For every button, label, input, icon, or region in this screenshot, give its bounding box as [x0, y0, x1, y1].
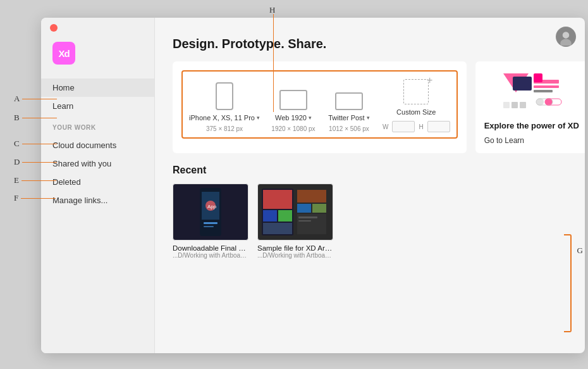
- annotation-d-row: D: [14, 157, 57, 167]
- recent-item-name-0: Downloadable Final File: [173, 244, 248, 252]
- annotation-e-label: E: [14, 175, 19, 185]
- recent-grid: App Downloadable Final File ...D/Working…: [173, 184, 567, 259]
- sidebar-nav: Home Learn: [41, 78, 154, 115]
- sidebar-item-home[interactable]: Home: [41, 78, 154, 97]
- svg-rect-29: [297, 204, 311, 213]
- phone-icon: [216, 82, 233, 110]
- custom-width-input[interactable]: [392, 121, 415, 132]
- svg-rect-8: [534, 73, 542, 82]
- promo-go-to-learn-link[interactable]: Go to Learn: [484, 136, 524, 145]
- annotation-f-label: F: [14, 193, 18, 203]
- custom-height-input[interactable]: [427, 121, 450, 132]
- svg-rect-6: [534, 85, 559, 88]
- svg-rect-20: [204, 222, 217, 224]
- promo-card: Explore the power of XD Go to Learn: [475, 61, 585, 153]
- svg-rect-26: [263, 223, 292, 234]
- annotation-e-row: E: [14, 175, 56, 185]
- sidebar-item-cloud[interactable]: Cloud documents: [41, 136, 154, 154]
- annotation-h: H: [269, 5, 275, 15]
- svg-rect-25: [278, 210, 292, 222]
- annotation-a-line: [22, 99, 57, 99]
- canvas-preset-iphone[interactable]: iPhone X, XS, 11 Pro ▾ 375 × 812 px: [189, 82, 260, 132]
- recent-thumbnail-1: [257, 184, 333, 241]
- promo-illustration: [484, 70, 580, 121]
- sidebar-item-manage[interactable]: Manage links...: [41, 191, 154, 210]
- annotation-a-label: A: [14, 94, 20, 104]
- svg-rect-7: [534, 90, 553, 92]
- recent-item-path-0: ...D/Working with Artboards: [173, 252, 248, 259]
- sidebar: Xd Home Learn YOUR WORK Cloud documents …: [41, 18, 155, 353]
- app-logo: Xd: [52, 42, 75, 65]
- recent-item-0[interactable]: App Downloadable Final File ...D/Working…: [173, 184, 248, 259]
- canvas-preset-twitter[interactable]: Twitter Post ▾ 1012 × 506 px: [327, 92, 371, 132]
- svg-rect-28: [297, 190, 326, 203]
- annotation-b-row: B: [14, 113, 57, 123]
- annotation-a-row: A: [14, 94, 57, 104]
- sidebar-section-label: YOUR WORK: [41, 115, 154, 134]
- recent-item-path-1: ...D/Working with Artboards: [257, 252, 333, 259]
- svg-rect-15: [520, 102, 526, 108]
- sidebar-work-nav: Cloud documents Shared with you Deleted …: [41, 136, 154, 210]
- svg-rect-21: [204, 226, 214, 227]
- svg-point-1: [563, 32, 570, 39]
- svg-rect-33: [298, 220, 311, 222]
- annotation-b-label: B: [14, 113, 20, 123]
- custom-size-icon: +: [403, 79, 429, 104]
- twitter-icon: [335, 92, 363, 110]
- svg-rect-4: [513, 77, 532, 91]
- canvas-presets-card: iPhone X, XS, 11 Pro ▾ 375 × 812 px We: [173, 61, 467, 153]
- annotation-c-label: C: [14, 139, 20, 149]
- annotation-c-line: [22, 144, 57, 144]
- annotation-d-label: D: [14, 157, 20, 167]
- recent-item-name-1: Sample file for XD Artb...: [257, 244, 333, 252]
- recent-thumbnail-0: App: [173, 184, 248, 241]
- svg-rect-23: [263, 190, 292, 209]
- custom-size-inputs: W H: [383, 121, 450, 132]
- recent-title: Recent: [173, 165, 567, 176]
- annotation-e-line: [21, 180, 56, 181]
- traffic-light-red: [50, 24, 58, 32]
- main-content: Design. Prototype. Share. iPhone X, XS, …: [155, 18, 585, 353]
- annotation-d-line: [22, 162, 57, 163]
- sidebar-item-shared[interactable]: Shared with you: [41, 154, 154, 173]
- annotation-c-row: C: [14, 139, 57, 149]
- recent-item-1[interactable]: Sample file for XD Artb... ...D/Working …: [257, 184, 333, 259]
- svg-rect-14: [511, 102, 518, 108]
- main-title: Design. Prototype. Share.: [173, 37, 567, 51]
- desktop-icon: [279, 90, 307, 110]
- svg-text:App: App: [207, 204, 217, 210]
- svg-rect-13: [503, 102, 510, 108]
- canvas-preset-web1920[interactable]: Web 1920 ▾ 1920 × 1080 px: [271, 90, 315, 132]
- annotation-g-bracket: [564, 234, 572, 332]
- svg-rect-32: [298, 216, 317, 218]
- user-avatar[interactable]: [556, 27, 576, 47]
- annotation-f-line: [21, 198, 56, 199]
- annotation-f-row: F: [14, 193, 56, 203]
- canvas-presets-container: iPhone X, XS, 11 Pro ▾ 375 × 812 px We: [181, 70, 458, 139]
- annotation-g-label: G: [577, 246, 583, 256]
- sidebar-item-learn[interactable]: Learn: [41, 97, 154, 115]
- sidebar-item-deleted[interactable]: Deleted: [41, 173, 154, 191]
- recent-section: Recent App: [173, 165, 567, 259]
- canvas-preset-custom[interactable]: + Custom Size W H: [383, 79, 450, 132]
- promo-title: Explore the power of XD: [484, 121, 580, 130]
- annotation-b-line: [22, 118, 57, 118]
- h-annotation-line: [273, 14, 274, 112]
- svg-rect-30: [312, 204, 326, 213]
- svg-rect-24: [263, 210, 277, 222]
